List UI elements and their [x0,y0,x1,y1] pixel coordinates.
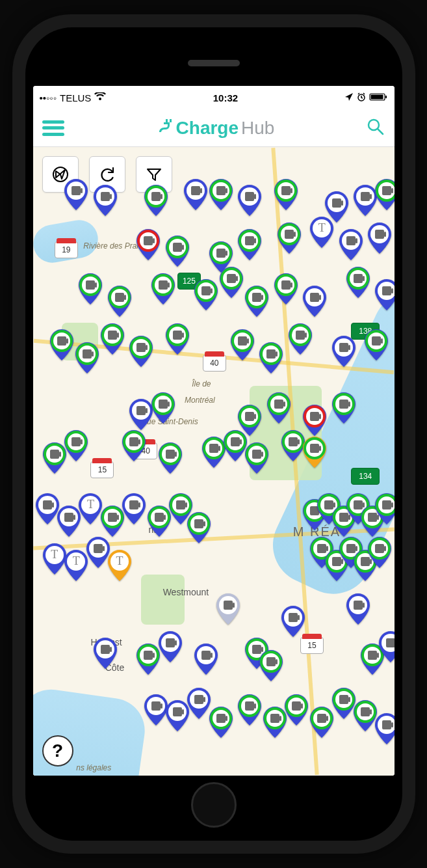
charger-pin[interactable] [353,550,378,581]
charger-pin[interactable] [93,185,118,216]
charger-pin[interactable] [317,493,341,524]
charger-pin[interactable] [136,229,161,260]
charger-pin[interactable] [263,707,287,738]
charger-pin[interactable] [309,707,334,738]
charger-pin[interactable] [346,267,370,298]
charger-pin[interactable] [122,493,146,524]
search-button[interactable] [366,117,385,139]
charger-pin[interactable] [288,323,313,355]
charger-pin[interactable] [42,442,67,474]
charger-pin[interactable] [144,694,168,726]
menu-button[interactable] [42,120,64,136]
charger-pin[interactable]: T [78,493,103,524]
charger-pin[interactable] [100,323,125,355]
charger-pin[interactable] [136,644,161,675]
charger-pin[interactable] [194,644,218,675]
charger-pin[interactable] [107,286,132,317]
charger-pin[interactable] [122,430,146,461]
charger-pin[interactable] [183,179,208,210]
charger-pin[interactable] [201,437,226,468]
charger-pin[interactable] [209,241,233,273]
charger-pin[interactable] [374,279,394,310]
charger-pin[interactable] [100,506,125,537]
charger-pin[interactable] [378,631,395,662]
charger-pin[interactable] [237,229,262,260]
charger-pin[interactable] [237,405,262,436]
charger-pin[interactable] [331,392,356,424]
charger-pin[interactable] [158,631,183,662]
charger-pin[interactable] [259,342,283,373]
charger-pin[interactable] [223,430,248,461]
charger-pin[interactable] [237,185,262,216]
charger-pin[interactable]: T [64,550,88,581]
charger-pin[interactable] [64,430,88,461]
charger-pin[interactable] [331,336,356,367]
charger-pin[interactable] [339,229,363,260]
charger-pin[interactable] [49,329,74,360]
charger-pin[interactable] [78,273,103,305]
charger-pin[interactable]: T [309,217,334,248]
charger-pin[interactable] [64,179,88,210]
charger-pin[interactable] [374,493,394,524]
charger-pin[interactable] [244,442,269,474]
charger-pin[interactable] [147,506,172,537]
charger-pin[interactable] [274,273,298,305]
charger-pin[interactable] [168,493,193,524]
charger-pin[interactable] [374,713,394,744]
charger-pin[interactable] [324,550,349,581]
charger-pin[interactable]: T [42,543,67,575]
charger-pin[interactable] [129,336,153,367]
charger-pin[interactable] [129,399,153,430]
charger-pin[interactable] [353,185,378,216]
charger-pin[interactable] [302,499,327,530]
charger-pin[interactable] [353,700,378,731]
charger-pin[interactable] [266,392,291,424]
charger-pin[interactable] [187,688,211,719]
charger-pin[interactable] [259,650,283,681]
charger-pin[interactable] [151,392,175,424]
charger-pin[interactable] [244,286,269,317]
charger-pin[interactable] [151,273,175,305]
charger-pin[interactable] [187,512,211,543]
charger-pin[interactable] [284,694,309,726]
charger-pin[interactable] [309,537,334,568]
charger-pin[interactable] [281,606,305,637]
charger-pin[interactable] [209,179,233,210]
home-button[interactable] [191,782,237,828]
charger-pin[interactable] [158,442,183,474]
map-view[interactable]: Rivière des Prairies Île de Montréal Rue… [33,147,395,776]
charger-pin[interactable] [374,179,394,210]
charger-pin[interactable] [144,185,168,216]
charger-pin[interactable] [219,267,244,298]
charger-pin[interactable] [209,707,233,738]
charger-pin[interactable] [367,537,392,568]
charger-pin[interactable] [57,506,81,537]
charger-pin[interactable] [302,405,327,436]
charger-pin[interactable] [216,593,240,625]
charger-pin[interactable] [360,506,385,537]
charger-pin[interactable] [237,694,262,726]
charger-pin[interactable] [35,493,60,524]
charger-pin[interactable] [244,638,269,669]
charger-pin[interactable] [302,437,327,468]
charger-pin[interactable] [165,323,190,355]
charger-pin[interactable] [346,593,370,625]
charger-pin[interactable] [277,223,302,254]
charger-pin[interactable] [86,537,110,568]
charger-pin[interactable] [302,286,327,317]
charger-pin[interactable] [93,638,118,669]
charger-pin[interactable] [364,329,389,360]
charger-pin[interactable] [360,644,385,675]
charger-pin[interactable] [230,329,255,360]
charger-pin[interactable] [274,179,298,210]
charger-pin[interactable] [324,191,349,223]
charger-pin[interactable] [165,236,190,267]
charger-pin[interactable] [165,700,190,731]
charger-pin[interactable] [194,279,218,310]
charger-pin[interactable] [339,537,363,568]
charger-pin[interactable] [75,342,99,373]
charger-pin[interactable] [281,430,305,461]
charger-pin[interactable] [367,223,392,254]
charger-pin[interactable]: T [107,550,132,581]
charger-pin[interactable] [346,493,370,524]
